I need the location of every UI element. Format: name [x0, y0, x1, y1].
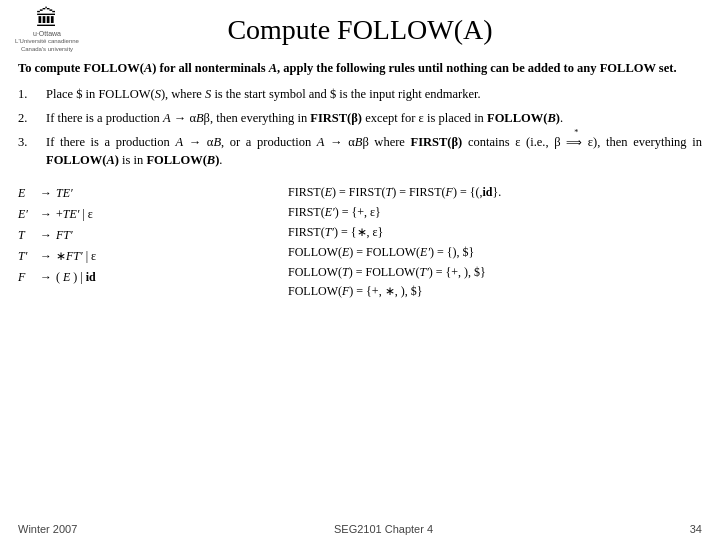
rule-3: 3. If there is a production A → αB, or a… [18, 133, 702, 169]
prod-Eprime-arrow: → [40, 204, 52, 225]
prod-Eprime-lhs: E′ [18, 204, 36, 225]
prod-Eprime: E′ → +TE′ | ε [18, 204, 278, 225]
eq-follow-T: FOLLOW(T) = FOLLOW(T′) = {+, ), $} [288, 263, 702, 283]
logo-text: u·Ottawa L'Université canadienne Canada'… [15, 30, 79, 53]
rule-1-text: Place $ in FOLLOW(S), where S is the sta… [46, 85, 702, 103]
logo: 🏛 u·Ottawa L'Université canadienne Canad… [12, 8, 82, 53]
header: 🏛 u·Ottawa L'Université canadienne Canad… [0, 0, 720, 57]
prod-F-arrow: → [40, 267, 52, 288]
rule-3-text: If there is a production A → αB, or a pr… [46, 133, 702, 169]
eq-first-E: FIRST(E) = FIRST(T) = FIRST(F) = {(, id}… [288, 183, 702, 203]
eq-first-Tprime: FIRST(T′) = {∗, ε} [288, 223, 702, 243]
footer-left: Winter 2007 [18, 523, 77, 535]
equations: FIRST(E) = FIRST(T) = FIRST(F) = {(, id}… [278, 183, 702, 302]
prod-Eprime-rhs: +TE′ | ε [56, 204, 93, 225]
prod-F: F → ( E ) | id [18, 267, 278, 288]
footer: Winter 2007 SEG2101 Chapter 4 34 [0, 523, 720, 535]
prod-T: T → FT′ [18, 225, 278, 246]
prod-F-lhs: F [18, 267, 36, 288]
main-content: To compute FOLLOW(A) for all nonterminal… [0, 57, 720, 180]
rule-1-num: 1. [18, 85, 46, 103]
prod-Tprime-rhs: ∗FT′ | ε [56, 246, 96, 267]
rule-2-text: If there is a production A → αBβ, then e… [46, 109, 702, 127]
prod-E: E → TE′ [18, 183, 278, 204]
eq-follow-E: FOLLOW(E) = FOLLOW(E′) = {), $} [288, 243, 702, 263]
prod-Tprime: T′ → ∗FT′ | ε [18, 246, 278, 267]
rule-2: 2. If there is a production A → αBβ, the… [18, 109, 702, 127]
footer-center: SEG2101 Chapter 4 [334, 523, 433, 535]
rule-3-num: 3. [18, 133, 46, 169]
prod-E-rhs: TE′ [56, 183, 73, 204]
prod-F-rhs: ( E ) | id [56, 267, 96, 288]
prod-Tprime-lhs: T′ [18, 246, 36, 267]
eq-first-Eprime: FIRST(E′) = {+, ε} [288, 203, 702, 223]
slide: 🏛 u·Ottawa L'Université canadienne Canad… [0, 0, 720, 540]
rule-1: 1. Place $ in FOLLOW(S), where S is the … [18, 85, 702, 103]
prod-E-lhs: E [18, 183, 36, 204]
prod-Tprime-arrow: → [40, 246, 52, 267]
intro-paragraph: To compute FOLLOW(A) for all nonterminal… [18, 59, 702, 77]
prod-E-arrow: → [40, 183, 52, 204]
rules-list: 1. Place $ in FOLLOW(S), where S is the … [18, 85, 702, 170]
bottom-section: E → TE′ E′ → +TE′ | ε T → FT′ T′ → ∗FT′ … [0, 183, 720, 302]
prod-T-lhs: T [18, 225, 36, 246]
prod-T-rhs: FT′ [56, 225, 73, 246]
prod-T-arrow: → [40, 225, 52, 246]
slide-title: Compute FOLLOW(A) [82, 14, 708, 46]
eq-follow-F: FOLLOW(F) = {+, ∗, ), $} [288, 282, 702, 302]
rule-2-num: 2. [18, 109, 46, 127]
grammar-productions: E → TE′ E′ → +TE′ | ε T → FT′ T′ → ∗FT′ … [18, 183, 278, 302]
footer-right: 34 [690, 523, 702, 535]
logo-icon: 🏛 [36, 8, 58, 30]
